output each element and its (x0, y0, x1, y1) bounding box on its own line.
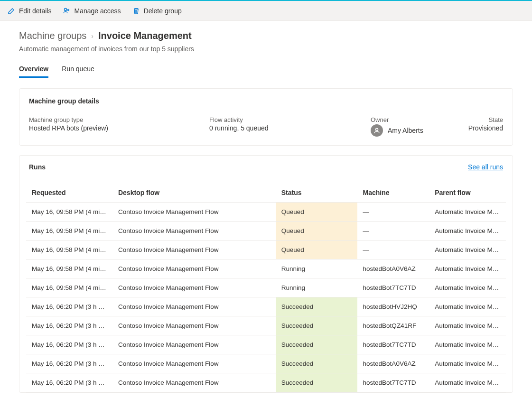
trash-icon (132, 7, 140, 15)
page-subtitle: Automatic management of invoices from ou… (19, 45, 513, 53)
tab-overview[interactable]: Overview (19, 62, 48, 78)
cell-flow: Contoso Invoice Management Flow (112, 373, 276, 392)
details-card: Machine group details Machine group type… (19, 88, 513, 146)
cell-status: Queued (276, 203, 357, 222)
flow-activity-value: 0 running, 5 queued (209, 124, 352, 132)
flow-activity-label: Flow activity (209, 116, 352, 123)
cell-parent: Automatic Invoice Manage... (429, 373, 506, 392)
col-desktop-flow[interactable]: Desktop flow (112, 184, 276, 203)
table-row[interactable]: May 16, 09:58 PM (4 min ago)Contoso Invo… (26, 241, 506, 259)
col-requested[interactable]: Requested (26, 184, 112, 203)
cell-parent: Automatic Invoice Manage... (429, 203, 506, 222)
svg-point-2 (376, 129, 378, 131)
cell-parent: Automatic Invoice Manage... (429, 354, 506, 373)
see-all-runs-link[interactable]: See all runs (468, 163, 503, 171)
cell-parent: Automatic Invoice Manage... (429, 259, 506, 278)
cell-requested: May 16, 06:20 PM (3 h ago) (26, 354, 112, 373)
type-label: Machine group type (29, 116, 190, 123)
svg-point-0 (65, 8, 67, 10)
cell-machine: hostedBotHVJ2HQ (357, 297, 429, 316)
cell-machine: hostedBot7TC7TD (357, 335, 429, 354)
col-status[interactable]: Status (276, 184, 357, 203)
type-value: Hosted RPA bots (preview) (29, 124, 190, 132)
table-row[interactable]: May 16, 09:58 PM (4 min ago)Contoso Invo… (26, 222, 506, 241)
cell-flow: Contoso Invoice Management Flow (112, 203, 276, 222)
cell-machine: hostedBot7TC7TD (357, 373, 429, 392)
cell-machine: — (357, 203, 429, 222)
cell-requested: May 16, 09:58 PM (4 min ago) (26, 203, 112, 222)
cell-parent: Automatic Invoice Manage... (429, 241, 506, 259)
cell-requested: May 16, 09:58 PM (4 min ago) (26, 278, 112, 297)
svg-point-1 (68, 9, 69, 10)
cell-flow: Contoso Invoice Management Flow (112, 259, 276, 278)
cell-status: Succeeded (276, 335, 357, 354)
manage-access-button[interactable]: Manage access (63, 7, 121, 15)
col-machine[interactable]: Machine (357, 184, 429, 203)
table-row[interactable]: May 16, 09:58 PM (4 min ago)Contoso Invo… (26, 203, 506, 222)
cell-machine: — (357, 222, 429, 241)
cell-parent: Automatic Invoice Manage... (429, 316, 506, 335)
cell-parent: Automatic Invoice Manage... (429, 278, 506, 297)
table-row[interactable]: May 16, 06:20 PM (3 h ago)Contoso Invoic… (26, 354, 506, 373)
manage-access-label: Manage access (74, 7, 121, 15)
cell-flow: Contoso Invoice Management Flow (112, 316, 276, 335)
cell-requested: May 16, 06:20 PM (3 h ago) (26, 297, 112, 316)
tab-run-queue[interactable]: Run queue (62, 62, 94, 78)
edit-details-label: Edit details (19, 7, 51, 15)
cell-flow: Contoso Invoice Management Flow (112, 278, 276, 297)
cell-machine: — (357, 241, 429, 259)
cell-status: Queued (276, 241, 357, 259)
table-row[interactable]: May 16, 06:20 PM (3 h ago)Contoso Invoic… (26, 335, 506, 354)
col-parent-flow[interactable]: Parent flow (429, 184, 506, 203)
cell-status: Running (276, 259, 357, 278)
cell-status: Queued (276, 222, 357, 241)
breadcrumb-current: Invoice Management (98, 30, 192, 41)
table-row[interactable]: May 16, 06:20 PM (3 h ago)Contoso Invoic… (26, 373, 506, 392)
state-label: State (446, 116, 503, 123)
cell-status: Running (276, 278, 357, 297)
breadcrumb: Machine groups › Invoice Management (19, 30, 513, 41)
cell-flow: Contoso Invoice Management Flow (112, 297, 276, 316)
runs-title: Runs (29, 163, 46, 171)
cell-status: Succeeded (276, 373, 357, 392)
delete-group-label: Delete group (144, 7, 182, 15)
cell-machine: hostedBot7TC7TD (357, 278, 429, 297)
cell-requested: May 16, 06:20 PM (3 h ago) (26, 335, 112, 354)
runs-card: Runs See all runs Requested Desktop flow… (19, 155, 513, 393)
cell-machine: hostedBotA0V6AZ (357, 259, 429, 278)
edit-details-button[interactable]: Edit details (8, 7, 51, 15)
cell-requested: May 16, 09:58 PM (4 min ago) (26, 259, 112, 278)
pencil-icon (8, 7, 15, 15)
chevron-right-icon: › (91, 32, 93, 40)
table-row[interactable]: May 16, 09:58 PM (4 min ago)Contoso Invo… (26, 278, 506, 297)
cell-machine: hostedBotA0V6AZ (357, 354, 429, 373)
cell-status: Succeeded (276, 316, 357, 335)
breadcrumb-parent-link[interactable]: Machine groups (19, 30, 86, 41)
table-row[interactable]: May 16, 06:20 PM (3 h ago)Contoso Invoic… (26, 297, 506, 316)
owner-value: Amy Alberts (388, 127, 423, 134)
state-value: Provisioned (446, 124, 503, 132)
avatar (371, 124, 383, 137)
cell-status: Succeeded (276, 297, 357, 316)
cell-flow: Contoso Invoice Management Flow (112, 335, 276, 354)
cell-requested: May 16, 09:58 PM (4 min ago) (26, 222, 112, 241)
cell-status: Succeeded (276, 354, 357, 373)
cell-parent: Automatic Invoice Manage... (429, 297, 506, 316)
runs-table: Requested Desktop flow Status Machine Pa… (26, 184, 506, 392)
cell-machine: hostedBotQZ41RF (357, 316, 429, 335)
cell-flow: Contoso Invoice Management Flow (112, 241, 276, 259)
people-icon (63, 7, 70, 15)
delete-group-button[interactable]: Delete group (132, 7, 182, 15)
cell-parent: Automatic Invoice Manage... (429, 335, 506, 354)
cell-parent: Automatic Invoice Manage... (429, 222, 506, 241)
cell-flow: Contoso Invoice Management Flow (112, 354, 276, 373)
details-title: Machine group details (29, 97, 503, 105)
command-bar: Edit details Manage access Delete group (0, 0, 532, 21)
cell-requested: May 16, 06:20 PM (3 h ago) (26, 373, 112, 392)
table-row[interactable]: May 16, 09:58 PM (4 min ago)Contoso Invo… (26, 259, 506, 278)
tab-bar: Overview Run queue (19, 62, 513, 78)
cell-requested: May 16, 06:20 PM (3 h ago) (26, 316, 112, 335)
cell-flow: Contoso Invoice Management Flow (112, 222, 276, 241)
table-row[interactable]: May 16, 06:20 PM (3 h ago)Contoso Invoic… (26, 316, 506, 335)
owner-label: Owner (371, 116, 427, 123)
